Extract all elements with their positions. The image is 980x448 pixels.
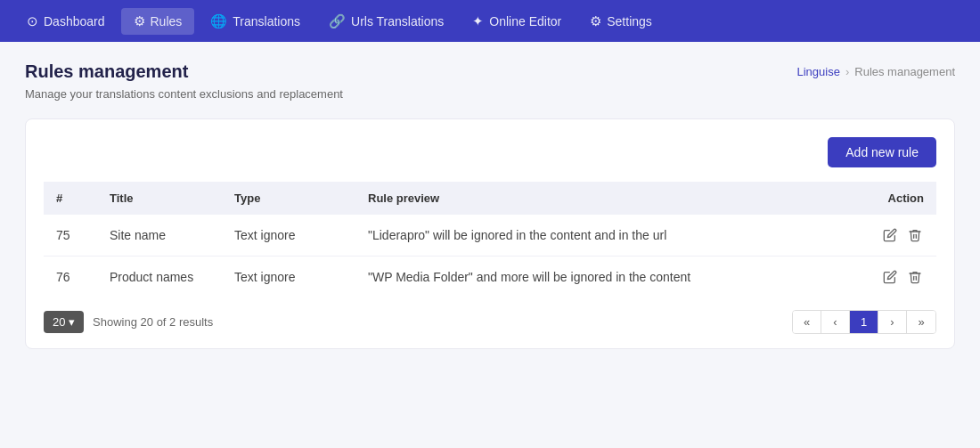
col-header-preview: Rule preview — [355, 182, 856, 215]
row-76-title: Product names — [97, 257, 222, 298]
nav-label-translations: Translations — [233, 14, 300, 29]
delete-button-76[interactable] — [906, 268, 924, 286]
rules-card: Add new rule # Title Type Rule preview A… — [25, 118, 955, 349]
breadcrumb-parent[interactable]: Linguise — [796, 65, 839, 78]
main-nav: ⊙ Dashboard ⚙ Rules 🌐 Translations 🔗 Url… — [0, 0, 980, 42]
breadcrumb-separator: › — [845, 65, 849, 78]
delete-button-75[interactable] — [906, 226, 924, 244]
breadcrumb-current: Rules management — [854, 65, 955, 78]
nav-label-editor: Online Editor — [489, 14, 561, 29]
edit-button-76[interactable] — [881, 268, 899, 286]
table-header: # Title Type Rule preview Action — [44, 182, 936, 215]
add-new-rule-button[interactable]: Add new rule — [828, 137, 936, 167]
row-76-id: 76 — [44, 257, 97, 298]
row-76-type: Text ignore — [222, 257, 355, 298]
page-last-button[interactable]: » — [907, 311, 935, 333]
editor-icon: ✦ — [472, 13, 484, 29]
page-subtitle: Manage your translations content exclusi… — [25, 87, 955, 101]
main-content: Rules management Linguise › Rules manage… — [0, 42, 980, 367]
row-75-preview: "Liderapro" will be ignored in the conte… — [355, 215, 856, 257]
nav-label-dashboard: Dashboard — [44, 14, 105, 29]
action-buttons-75 — [869, 226, 924, 244]
rules-table: # Title Type Rule preview Action 75 Site… — [44, 182, 936, 297]
page-first-button[interactable]: « — [793, 311, 821, 333]
pagination-row: 20 ▾ Showing 20 of 2 results « ‹ 1 › » — [44, 310, 936, 334]
card-content: Add new rule # Title Type Rule preview A… — [25, 118, 955, 349]
edit-button-75[interactable] — [881, 226, 899, 244]
nav-item-rules[interactable]: ⚙ Rules — [121, 8, 195, 35]
page-title: Rules management — [25, 61, 188, 82]
row-75-id: 75 — [44, 215, 97, 257]
urls-icon: 🔗 — [329, 13, 346, 29]
page-next-button[interactable]: › — [878, 311, 907, 333]
row-75-type: Text ignore — [222, 215, 355, 257]
table-body: 75 Site name Text ignore "Liderapro" wil… — [44, 215, 936, 297]
page-prev-button[interactable]: ‹ — [821, 311, 850, 333]
row-76-preview: "WP Media Folder" and more will be ignor… — [355, 257, 856, 298]
row-75-actions — [856, 215, 936, 257]
col-header-type: Type — [222, 182, 355, 215]
pagination-controls: « ‹ 1 › » — [792, 310, 936, 334]
row-76-actions — [856, 257, 936, 298]
per-page-button[interactable]: 20 ▾ — [44, 311, 84, 333]
table-row: 76 Product names Text ignore "WP Media F… — [44, 257, 936, 298]
showing-text: Showing 20 of 2 results — [93, 315, 213, 329]
pagination-left: 20 ▾ Showing 20 of 2 results — [44, 311, 213, 333]
nav-item-translations[interactable]: 🌐 Translations — [198, 8, 313, 35]
action-buttons-76 — [869, 268, 924, 286]
rules-icon: ⚙ — [134, 13, 145, 29]
dashboard-icon: ⊙ — [27, 13, 38, 29]
col-header-title: Title — [97, 182, 222, 215]
nav-label-rules: Rules — [151, 14, 183, 29]
col-header-hash: # — [44, 182, 97, 215]
nav-item-dashboard[interactable]: ⊙ Dashboard — [14, 8, 118, 35]
col-header-action: Action — [856, 182, 936, 215]
table-row: 75 Site name Text ignore "Liderapro" wil… — [44, 215, 936, 257]
translations-icon: 🌐 — [210, 13, 227, 29]
nav-item-urls-translations[interactable]: 🔗 Urls Translations — [316, 8, 456, 35]
settings-icon: ⚙ — [590, 13, 601, 29]
nav-item-online-editor[interactable]: ✦ Online Editor — [460, 8, 574, 35]
card-toolbar: Add new rule — [44, 137, 936, 167]
nav-label-settings: Settings — [607, 14, 652, 29]
nav-item-settings[interactable]: ⚙ Settings — [577, 8, 665, 35]
breadcrumb: Linguise › Rules management — [796, 65, 955, 78]
row-75-title: Site name — [97, 215, 222, 257]
page-header: Rules management Linguise › Rules manage… — [25, 61, 955, 82]
page-current-button[interactable]: 1 — [850, 311, 878, 333]
nav-label-urls: Urls Translations — [351, 14, 444, 29]
